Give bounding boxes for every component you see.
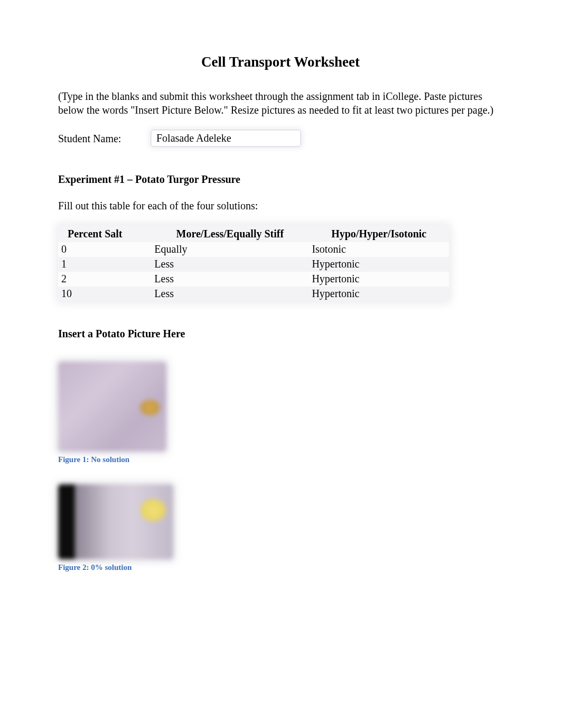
figure-2-caption: Figure 2: 0% solution	[58, 563, 503, 573]
cell-stiffness: Less	[151, 272, 308, 287]
instructions-text: (Type in the blanks and submit this work…	[58, 89, 503, 117]
cell-percent: 10	[58, 287, 151, 301]
cell-tonicity: Isotonic	[308, 242, 449, 257]
figure-2-image	[58, 484, 173, 559]
student-name-input[interactable]	[151, 130, 301, 147]
cell-percent: 2	[58, 272, 151, 287]
cell-percent: 0	[58, 242, 151, 257]
cell-stiffness: Less	[151, 287, 308, 301]
cell-percent: 1	[58, 257, 151, 272]
student-name-label: Student Name:	[58, 132, 151, 145]
table-header-percent: Percent Salt	[58, 225, 151, 242]
table-header-stiffness: More/Less/Equally Stiff	[151, 225, 308, 242]
cell-stiffness: Less	[151, 257, 308, 272]
cell-tonicity: Hypertonic	[308, 257, 449, 272]
table-header-row: Percent Salt More/Less/Equally Stiff Hyp…	[58, 225, 449, 242]
table-row: 10 Less Hypertonic	[58, 287, 449, 301]
cell-tonicity: Hypertonic	[308, 272, 449, 287]
experiment-1-subtext: Fill out this table for each of the four…	[58, 199, 503, 213]
table-row: 2 Less Hypertonic	[58, 272, 449, 287]
figure-2-block: Figure 2: 0% solution	[58, 484, 503, 573]
turgor-pressure-table: Percent Salt More/Less/Equally Stiff Hyp…	[58, 225, 449, 301]
experiment-1-heading: Experiment #1 – Potato Turgor Pressure	[58, 172, 503, 186]
cell-tonicity: Hypertonic	[308, 287, 449, 301]
table-row: 1 Less Hypertonic	[58, 257, 449, 272]
table-row: 0 Equally Isotonic	[58, 242, 449, 257]
table-header-tonicity: Hypo/Hyper/Isotonic	[308, 225, 449, 242]
insert-picture-heading: Insert a Potato Picture Here	[58, 327, 503, 340]
student-name-row: Student Name:	[58, 130, 503, 147]
cell-stiffness: Equally	[151, 242, 308, 257]
page-title: Cell Transport Worksheet	[58, 53, 503, 71]
figure-1-caption: Figure 1: No solution	[58, 455, 503, 465]
figure-1-block: Figure 1: No solution	[58, 362, 503, 465]
figure-1-image	[58, 362, 166, 451]
